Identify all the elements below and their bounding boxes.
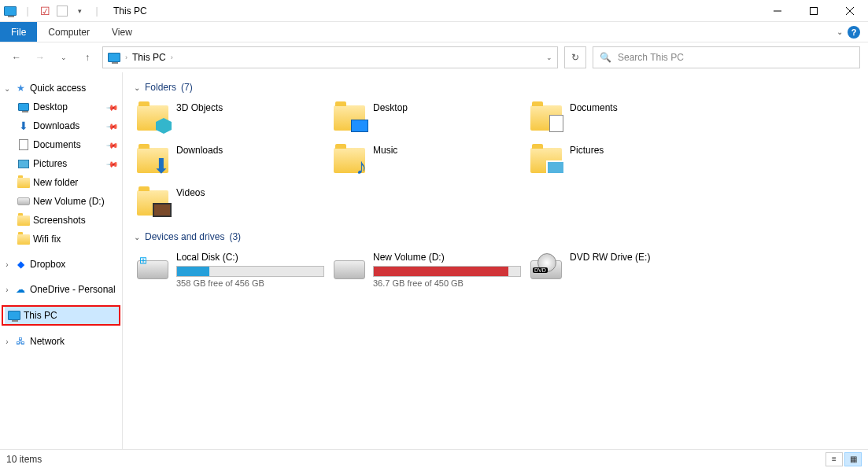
title-bar: | ☑ ▾ | This PC bbox=[0, 0, 868, 22]
drive-item-dvd-rw-drive-e-[interactable]: DVDDVD RW Drive (E:) bbox=[527, 249, 724, 291]
properties-icon[interactable]: ☑ bbox=[38, 4, 52, 18]
refresh-button[interactable]: ↻ bbox=[564, 46, 586, 68]
pin-icon: 📌 bbox=[106, 101, 119, 113]
folder-item-music[interactable]: ♪Music bbox=[331, 142, 527, 184]
search-input[interactable] bbox=[618, 52, 853, 63]
view-tab[interactable]: View bbox=[101, 22, 143, 42]
dropbox-node[interactable]: › ◆ Dropbox bbox=[0, 255, 122, 274]
system-menu-icon[interactable] bbox=[3, 4, 17, 18]
this-pc-icon bbox=[8, 309, 20, 322]
drive-icon bbox=[334, 252, 365, 283]
qat-sep2: | bbox=[90, 4, 104, 18]
folder-item-videos[interactable]: Videos bbox=[134, 184, 331, 227]
search-icon: 🔍 bbox=[600, 52, 611, 63]
svg-rect-1 bbox=[811, 7, 818, 14]
item-label: Videos bbox=[176, 187, 327, 198]
help-icon[interactable]: ? bbox=[848, 26, 860, 39]
sidebar-item-pictures[interactable]: Pictures📌 bbox=[0, 154, 122, 173]
downloads-icon: ⬇ bbox=[17, 120, 30, 132]
expand-icon[interactable]: › bbox=[3, 260, 11, 269]
drive-item-local-disk-c-[interactable]: ⊞Local Disk (C:)358 GB free of 456 GB bbox=[134, 249, 331, 291]
desktop-folder-icon bbox=[334, 102, 365, 134]
tiles-view-button[interactable]: ▦ bbox=[844, 452, 862, 466]
capacity-bar bbox=[373, 266, 521, 277]
drives-section-header[interactable]: ⌄ Devices and drives (3) bbox=[134, 231, 857, 242]
search-box[interactable]: 🔍 bbox=[593, 46, 860, 68]
sidebar-item-label: New Volume (D:) bbox=[33, 196, 105, 207]
collapse-icon[interactable]: ⌄ bbox=[3, 84, 11, 93]
computer-tab[interactable]: Computer bbox=[37, 22, 101, 42]
sidebar-item-wifi-fix[interactable]: Wifi fix bbox=[0, 230, 122, 249]
folder-icon bbox=[17, 214, 30, 227]
item-label: Music bbox=[373, 145, 524, 156]
pictures-folder-icon bbox=[530, 145, 562, 176]
pin-icon: 📌 bbox=[106, 120, 119, 132]
folder-item-downloads[interactable]: ⬇Downloads bbox=[134, 142, 331, 184]
qat-dropdown-icon[interactable]: ▾ bbox=[72, 4, 87, 18]
item-count: 10 items bbox=[6, 454, 42, 465]
item-label: 3D Objects bbox=[176, 102, 327, 113]
sidebar-item-desktop[interactable]: Desktop📌 bbox=[0, 98, 122, 116]
drive-label: DVD RW Drive (E:) bbox=[570, 252, 721, 263]
folder-item-desktop[interactable]: Desktop bbox=[331, 99, 527, 142]
breadcrumb-location[interactable]: This PC bbox=[132, 52, 166, 63]
up-button[interactable]: ↑ bbox=[79, 49, 96, 66]
recent-locations-button[interactable]: ⌄ bbox=[55, 49, 72, 66]
collapse-icon[interactable]: ⌄ bbox=[134, 233, 140, 241]
onedrive-node[interactable]: › ☁ OneDrive - Personal bbox=[0, 280, 122, 299]
drive-label: New Volume (D:) bbox=[373, 252, 524, 263]
forward-button[interactable]: → bbox=[31, 49, 49, 66]
folders-section-header[interactable]: ⌄ Folders (7) bbox=[134, 82, 857, 93]
sidebar-item-screenshots[interactable]: Screenshots bbox=[0, 211, 122, 230]
close-button[interactable] bbox=[832, 0, 868, 22]
file-tab[interactable]: File bbox=[0, 22, 37, 42]
drive-item-new-volume-d-[interactable]: New Volume (D:)36.7 GB free of 450 GB bbox=[331, 249, 527, 291]
qat-separator: | bbox=[20, 4, 35, 18]
cloud-icon: ☁ bbox=[14, 283, 27, 296]
ribbon-tabs: File Computer View ⌄ ? bbox=[0, 22, 868, 42]
sidebar-item-new-volume-d-[interactable]: New Volume (D:) bbox=[0, 192, 122, 211]
breadcrumb[interactable]: › This PC › ⌄ bbox=[102, 46, 558, 68]
item-label: Downloads bbox=[176, 145, 327, 156]
expand-icon[interactable]: › bbox=[3, 286, 11, 294]
back-button[interactable]: ← bbox=[8, 49, 25, 66]
details-view-button[interactable]: ≡ bbox=[826, 452, 843, 466]
folder-item-documents[interactable]: Documents bbox=[527, 99, 724, 142]
videos-folder-icon bbox=[137, 187, 168, 219]
network-node[interactable]: › 🖧 Network bbox=[0, 332, 122, 351]
sidebar-item-label: New folder bbox=[33, 177, 78, 188]
breadcrumb-chevron2-icon[interactable]: › bbox=[171, 53, 173, 61]
minimize-button[interactable] bbox=[759, 0, 796, 22]
folder-item-3d-objects[interactable]: 3D Objects bbox=[134, 99, 331, 142]
sidebar-item-new-folder[interactable]: New folder bbox=[0, 173, 122, 192]
windrive-icon: ⊞ bbox=[137, 252, 168, 283]
quick-access-node[interactable]: ⌄ ★ Quick access bbox=[0, 79, 122, 98]
breadcrumb-icon bbox=[108, 51, 120, 64]
sidebar-item-downloads[interactable]: ⬇Downloads📌 bbox=[0, 116, 122, 135]
star-icon: ★ bbox=[14, 82, 27, 94]
drive-freespace: 358 GB free of 456 GB bbox=[176, 278, 327, 288]
documents-folder-icon bbox=[530, 102, 562, 134]
capacity-bar bbox=[176, 266, 324, 277]
ribbon-expand-icon[interactable]: ⌄ bbox=[837, 28, 843, 36]
item-label: Documents bbox=[570, 102, 721, 113]
network-icon: 🖧 bbox=[14, 335, 27, 348]
documents-icon bbox=[17, 138, 30, 151]
this-pc-node-highlighted[interactable]: This PC bbox=[2, 305, 120, 326]
status-bar: 10 items ≡ ▦ bbox=[0, 449, 868, 468]
item-label: Pictures bbox=[570, 145, 721, 156]
pictures-icon bbox=[17, 157, 30, 170]
folder-item-pictures[interactable]: Pictures bbox=[527, 142, 724, 184]
new-folder-qat-icon[interactable] bbox=[55, 4, 69, 18]
drive-label: Local Disk (C:) bbox=[176, 252, 327, 263]
breadcrumb-chevron-icon[interactable]: › bbox=[125, 53, 127, 61]
breadcrumb-dropdown-icon[interactable]: ⌄ bbox=[546, 53, 552, 61]
dvd-icon: DVD bbox=[530, 252, 562, 283]
collapse-icon[interactable]: ⌄ bbox=[134, 83, 140, 92]
folder-icon bbox=[17, 233, 30, 245]
item-label: Desktop bbox=[373, 102, 524, 113]
sidebar-item-documents[interactable]: Documents📌 bbox=[0, 135, 122, 154]
expand-icon[interactable]: › bbox=[3, 337, 11, 346]
maximize-button[interactable] bbox=[796, 0, 832, 22]
sidebar-item-label: Wifi fix bbox=[33, 234, 61, 245]
